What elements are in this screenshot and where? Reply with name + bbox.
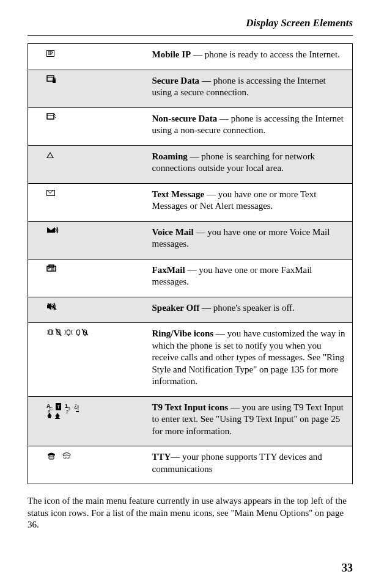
desc-cell: FaxMail — you have one or more FaxMail m…	[147, 259, 353, 297]
desc-cell: Roaming — phone is searching for network…	[147, 145, 353, 183]
desc-cell: Ring/Vibe icons — you have customized th…	[147, 323, 353, 397]
icon-description-table: IP Mobile IP — phone is ready to access …	[28, 43, 353, 484]
roaming-icon	[46, 152, 54, 158]
table-row: ACB T 132 ¿! T9 Text Input icons — you a…	[28, 396, 353, 446]
table-row: Secure Data — phone is accessing the Int…	[28, 70, 353, 107]
svg-point-42	[51, 457, 52, 458]
icon-cell	[28, 145, 147, 183]
row-title: T9 Text Input icons	[152, 402, 229, 412]
svg-point-43	[53, 457, 53, 458]
icon-cell	[28, 183, 147, 221]
svg-rect-39	[55, 418, 60, 419]
desc-cell: Speaker Off — phone's speaker is off.	[147, 297, 353, 323]
icon-cell: IP	[28, 44, 147, 70]
icon-cell	[28, 323, 147, 397]
row-title: Non-secure Data	[152, 114, 218, 123]
nonsecure-data-icon	[46, 114, 56, 123]
row-desc: — your phone supports TTY devices and co…	[152, 452, 322, 474]
desc-cell: Voice Mail — you have one or more Voice …	[147, 221, 353, 259]
svg-point-54	[67, 458, 67, 459]
svg-rect-34	[76, 411, 79, 412]
table-row: Roaming — phone is searching for network…	[28, 145, 353, 183]
row-title: Mobile IP	[152, 49, 191, 59]
row-title: Text Message	[152, 189, 205, 199]
svg-rect-17	[49, 330, 52, 335]
icon-cell: ACB T 132 ¿!	[28, 396, 147, 446]
header-rule	[28, 35, 353, 36]
svg-point-50	[68, 457, 68, 457]
table-row: Speaker Off — phone's speaker is off.	[28, 297, 353, 323]
icon-cell	[28, 446, 147, 484]
svg-point-44	[50, 459, 51, 459]
svg-point-49	[66, 457, 67, 457]
desc-cell: TTY— your phone supports TTY devices and…	[147, 446, 353, 484]
svg-text:T: T	[57, 404, 60, 410]
body-paragraph: The icon of the main menu feature curren…	[28, 495, 353, 531]
voice-mail-icon	[46, 227, 59, 236]
page-header-title: Display Screen Elements	[28, 17, 353, 29]
icon-cell	[28, 259, 147, 297]
desc-cell: Non-secure Data — phone is accessing the…	[147, 107, 353, 145]
row-desc: — phone's speaker is off.	[199, 303, 295, 313]
desc-cell: Text Message — you have one or more Text…	[147, 183, 353, 221]
table-row: Ring/Vibe icons — you have customized th…	[28, 323, 353, 397]
mobile-ip-icon: IP	[46, 50, 54, 57]
svg-rect-36	[48, 416, 51, 418]
svg-point-45	[51, 459, 52, 459]
desc-cell: Secure Data — phone is accessing the Int…	[147, 70, 353, 107]
table-row: IP Mobile IP — phone is ready to access …	[28, 44, 353, 70]
secure-data-icon	[46, 76, 56, 85]
desc-cell: Mobile IP — phone is ready to access the…	[147, 44, 353, 70]
svg-point-52	[64, 458, 64, 459]
tty-icons	[46, 452, 74, 462]
svg-point-21	[78, 335, 79, 336]
row-title: Ring/Vibe icons	[152, 328, 214, 338]
table-row: TTY— your phone supports TTY devices and…	[28, 446, 353, 484]
row-title: FaxMail	[152, 265, 185, 275]
table-row: Non-secure Data — phone is accessing the…	[28, 107, 353, 145]
svg-point-53	[65, 458, 66, 459]
row-title: Speaker Off	[152, 303, 200, 313]
icon-cell	[28, 107, 147, 145]
speaker-off-icon	[46, 303, 59, 313]
row-title: Secure Data	[152, 76, 200, 85]
page-number: 33	[342, 562, 353, 575]
faxmail-icon	[46, 266, 56, 275]
svg-point-55	[68, 458, 69, 459]
svg-point-47	[63, 457, 64, 457]
icon-cell	[28, 297, 147, 323]
ring-vibe-icons	[46, 330, 89, 338]
svg-point-51	[69, 457, 70, 457]
svg-point-12	[48, 268, 50, 269]
icon-cell	[28, 70, 147, 107]
svg-point-48	[65, 457, 65, 457]
svg-point-22	[84, 335, 86, 336]
svg-marker-37	[55, 413, 60, 416]
table-body: IP Mobile IP — phone is ready to access …	[28, 44, 353, 484]
svg-point-20	[68, 335, 69, 336]
svg-point-41	[50, 457, 51, 458]
desc-cell: T9 Text Input icons — you are using T9 T…	[147, 396, 353, 446]
row-title: TTY	[152, 452, 171, 462]
row-desc: — phone is ready to access the Internet.	[191, 49, 340, 59]
svg-rect-4	[47, 114, 54, 119]
svg-point-46	[53, 459, 53, 459]
t9-text-input-icons: ACB T 132 ¿!	[46, 412, 89, 421]
svg-text:2: 2	[66, 410, 68, 414]
row-title: Roaming	[152, 151, 188, 161]
table-row: Voice Mail — you have one or more Voice …	[28, 221, 353, 259]
icon-cell	[28, 221, 147, 259]
svg-text:!: !	[77, 405, 79, 412]
table-row: FaxMail — you have one or more FaxMail m…	[28, 259, 353, 297]
table-row: Text Message — you have one or more Text…	[28, 183, 353, 221]
svg-rect-38	[56, 416, 59, 418]
row-title: Voice Mail	[152, 227, 194, 237]
text-message-icon	[46, 190, 55, 196]
